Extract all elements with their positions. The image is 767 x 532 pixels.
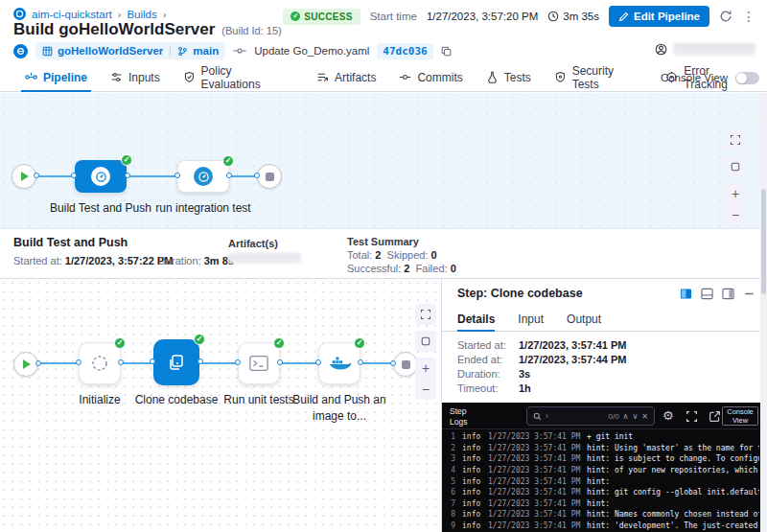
step-node-build-and-push-image[interactable]: ✓ (318, 342, 360, 384)
connector-dot (118, 359, 124, 365)
minimize-icon[interactable] (743, 288, 755, 300)
connector-dot (174, 173, 180, 178)
security-shield-icon (554, 71, 567, 83)
play-icon (21, 172, 29, 181)
fullscreen-icon (730, 134, 741, 146)
refresh-button[interactable] (719, 10, 732, 23)
log-line: 3info1/27/2023 3:57:41 PMhint: is subjec… (442, 453, 759, 465)
edge (36, 175, 75, 177)
stage-details-strip: Build Test and Push Started at: 1/27/202… (0, 228, 767, 279)
scrollbar-thumb[interactable] (761, 189, 766, 294)
test-summary-line2: Successful: 2 Failed: 0 (347, 263, 456, 274)
console-header: Step Logs › 0/0 ∧ ∨ ✕ ⚙ Console View (442, 403, 767, 429)
tab-tests[interactable]: Tests (475, 63, 543, 91)
tab-artifacts[interactable]: Artifacts (305, 63, 387, 91)
breadcrumb-project[interactable]: aim-ci-quickstart (32, 9, 112, 20)
tab-security-tests[interactable]: Security Tests (543, 63, 655, 91)
fullscreen-button[interactable] (725, 129, 746, 150)
step-node-run-unit-tests[interactable]: ✓ (238, 342, 280, 384)
status-label: SUCCESS (304, 12, 352, 22)
play-icon (23, 359, 31, 369)
log-search-input[interactable]: › 0/0 ∧ ∨ ✕ (526, 406, 655, 426)
ci-stage-icon (194, 167, 213, 186)
zoom-in-button[interactable]: + (415, 358, 436, 379)
tab-policy-evaluations[interactable]: Policy Evaluations (172, 63, 305, 91)
step-node-clone-codebase[interactable]: ✓ (153, 339, 199, 385)
search-prev-button[interactable]: ∧ (623, 412, 629, 421)
build-id: (Build Id: 15) (221, 25, 281, 36)
tab-commits[interactable]: Commits (387, 63, 474, 91)
console-view-toggle[interactable] (735, 72, 759, 84)
success-check-badge: ✓ (121, 154, 132, 166)
commit-message[interactable]: Update Go_Demo.yaml (254, 45, 369, 57)
repo-name[interactable]: goHelloWorldServer (58, 45, 163, 57)
tab-pipeline[interactable]: Pipeline (13, 63, 99, 91)
layout-right-icon[interactable] (722, 288, 734, 300)
layout-split-right-icon[interactable] (680, 288, 692, 300)
header: aim-ci-quickstart › Builds › Build goHel… (0, 0, 767, 63)
commit-hash[interactable]: 47dc036 (377, 43, 432, 59)
zoom-out-button[interactable]: − (415, 379, 436, 400)
breadcrumb-builds[interactable]: Builds (127, 9, 156, 20)
start-time-label: Start time (370, 11, 417, 22)
tab-details[interactable]: Details (457, 308, 495, 331)
log-line: 8info1/27/2023 3:57:41 PMhint: Names com… (442, 509, 759, 520)
success-check-badge: ✓ (222, 155, 234, 167)
edge (199, 362, 238, 364)
log-open-external-button[interactable] (709, 409, 721, 427)
edit-pipeline-button[interactable]: Edit Pipeline (609, 6, 709, 27)
stage-label[interactable]: Build Test and Push (43, 200, 158, 217)
success-check-badge: ✓ (194, 334, 205, 345)
fit-view-icon (730, 161, 741, 173)
tab-output[interactable]: Output (567, 308, 601, 331)
external-link-icon (709, 410, 721, 423)
log-settings-gear-icon[interactable]: ⚙ (662, 408, 674, 423)
edge (127, 175, 177, 177)
harness-logo-icon (13, 44, 28, 58)
connector-dot (71, 173, 77, 178)
zoom-in-button[interactable]: + (725, 183, 746, 204)
search-close-button[interactable]: ✕ (641, 412, 648, 421)
edge (360, 362, 393, 364)
stage-label[interactable]: run integration test (151, 200, 256, 217)
stage-node-build-test-and-push[interactable]: ✓ (75, 160, 127, 193)
zoom-controls: + − (415, 358, 436, 400)
search-icon (533, 412, 542, 421)
page-scrollbar[interactable] (760, 93, 767, 532)
edge (229, 175, 257, 177)
log-fullscreen-button[interactable] (686, 409, 698, 427)
search-next-button[interactable]: ∨ (632, 412, 638, 421)
graph-end-node[interactable] (257, 164, 282, 189)
more-options-button[interactable]: ⋮ (742, 9, 755, 24)
log-line: 9info1/27/2023 3:57:41 PMhint: 'developm… (442, 520, 759, 532)
log-line: 2info1/27/2023 3:57:41 PMhint: Using 'ma… (442, 443, 759, 454)
fit-view-button[interactable] (725, 156, 746, 177)
graph-start-node[interactable] (12, 164, 36, 189)
user-info (655, 43, 755, 56)
tab-input[interactable]: Input (518, 308, 544, 331)
stage-node-run-integration-test[interactable]: ✓ (177, 160, 229, 193)
copy-icon[interactable] (441, 46, 452, 57)
fit-view-button[interactable] (415, 331, 436, 352)
zoom-out-button[interactable]: − (725, 204, 746, 225)
graph-start-node[interactable] (13, 352, 38, 377)
step-node-initialize[interactable]: ✓ (79, 342, 121, 384)
chip-divider (170, 46, 171, 57)
field-label: Ended at: (457, 354, 502, 365)
field-value: 3s (519, 368, 530, 380)
log-list: 1info1/27/2023 3:57:41 PM+ git init 2inf… (442, 431, 759, 532)
connector-dot (125, 173, 130, 178)
field-label: Duration: (457, 368, 500, 380)
step-execution-graph: ✓ Initialize ✓ Clone codebase ✓ Run unit… (0, 279, 442, 532)
ci-stage-icon (91, 167, 110, 186)
layout-bottom-icon[interactable] (701, 288, 713, 300)
repo-branch-chip[interactable]: goHelloWorldServer main (35, 42, 225, 59)
commit-icon (233, 45, 246, 57)
branch-name[interactable]: main (193, 45, 219, 57)
step-label[interactable]: Build and Push an image to... (276, 392, 403, 426)
tab-inputs[interactable]: Inputs (99, 63, 172, 91)
console-view-button[interactable]: Console View (722, 406, 758, 426)
status-check-icon: ✓ (291, 12, 300, 21)
log-line: 5info1/27/2023 3:57:41 PMhint: (442, 475, 759, 487)
fullscreen-button[interactable] (415, 304, 436, 325)
